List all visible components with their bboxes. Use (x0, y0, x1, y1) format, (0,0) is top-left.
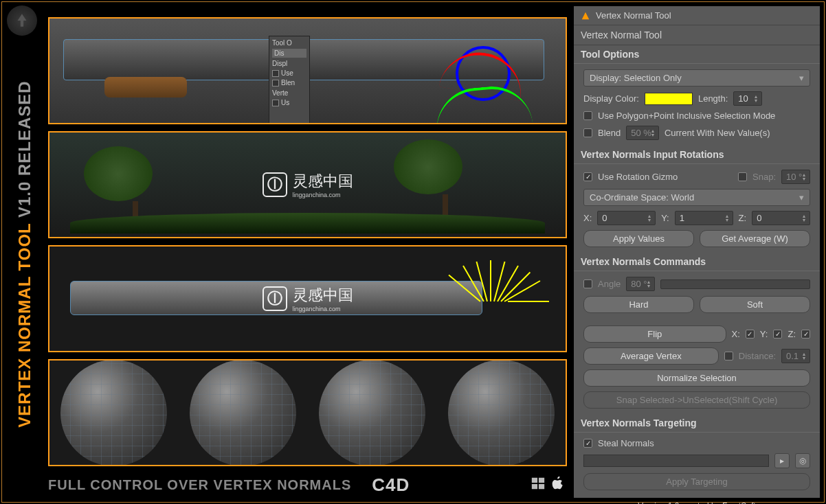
preview-3: ⓛ 灵感中国lingganchina.com (48, 245, 567, 352)
x-input[interactable]: 0▴▾ (597, 211, 656, 225)
hard-button[interactable]: Hard (583, 296, 694, 313)
angle-slider[interactable] (660, 279, 810, 289)
watermark: ⓛ 灵感中国lingganchina.com (263, 171, 353, 198)
svg-rect-1 (539, 478, 544, 483)
use-gizmo-label: Use Rotation Gizmo (598, 172, 678, 182)
length-input[interactable]: 10▴▾ (733, 91, 762, 106)
svg-rect-0 (532, 478, 537, 483)
snap-selected-button[interactable]: Snap Selected->UnSelected(Shift Cycle) (583, 391, 810, 409)
title-version: V1.0 RELEASED (15, 80, 34, 222)
tool-icon (581, 11, 590, 21)
footer-c4d-badge: C4D (372, 474, 410, 496)
distance-checkbox[interactable] (724, 352, 733, 360)
tool-panel: Vertex Normal Tool Vertex Normal Tool To… (573, 5, 821, 499)
apple-icon (551, 476, 565, 494)
flip-y-label: Y: (760, 329, 768, 339)
coord-space-dropdown[interactable]: Co-Ordinate Space: World (583, 189, 810, 206)
y-input[interactable]: 1▴▾ (675, 211, 733, 225)
panel-title: Vertex Normal Tool (574, 25, 820, 45)
distance-label: Distance: (739, 351, 776, 361)
use-gizmo-checkbox[interactable] (583, 172, 592, 181)
blend-label: Blend (598, 128, 621, 138)
normalize-button[interactable]: Normalize Selection (583, 369, 810, 387)
snap-label: Snap: (752, 172, 776, 182)
blend-suffix: Current With New Value(s) (665, 128, 770, 138)
footer: FULL CONTROL OVER VERTEX NORMALS C4D (48, 474, 565, 496)
flip-z-label: Z: (788, 329, 796, 339)
target-link-button[interactable]: ▸ (774, 453, 790, 468)
preview-1: Tool O Dis Displ Use Blen Verte Us (48, 17, 567, 124)
flip-button[interactable]: Flip (583, 325, 726, 343)
flip-x-checkbox[interactable] (746, 330, 755, 339)
target-pick-button[interactable]: ◎ (795, 453, 810, 468)
x-label: X: (583, 213, 592, 223)
steal-normals-checkbox[interactable] (583, 439, 592, 448)
preview-column: Tool O Dis Displ Use Blen Verte Us ⓛ 灵感中… (48, 17, 567, 466)
apply-targeting-button[interactable]: Apply Targeting (583, 473, 810, 490)
blend-checkbox[interactable] (583, 128, 592, 137)
target-link-field[interactable] (583, 455, 769, 467)
z-label: Z: (739, 213, 747, 223)
apply-values-button[interactable]: Apply Values (583, 230, 694, 247)
blend-input[interactable]: 50 %▴▾ (626, 126, 659, 140)
angle-label: Angle (598, 279, 621, 289)
flip-z-checkbox[interactable] (801, 330, 810, 339)
poly-point-checkbox[interactable] (583, 111, 592, 120)
distance-input[interactable]: 0.1▴▾ (781, 349, 810, 363)
app-logo-icon (7, 5, 37, 36)
flip-y-checkbox[interactable] (773, 330, 782, 339)
svg-rect-2 (532, 484, 537, 489)
flip-x-label: X: (732, 329, 740, 339)
window-title: Vertex Normal Tool (596, 10, 671, 21)
preview-4 (48, 359, 567, 466)
title-main: VERTEX NORMAL TOOL (15, 222, 34, 427)
svg-rect-3 (539, 484, 544, 489)
soft-button[interactable]: Soft (700, 296, 810, 313)
section-tool-options[interactable]: Tool Options (574, 45, 820, 64)
steal-normals-label: Steal Normals (598, 438, 654, 448)
version-link[interactable]: Version 1.0 created by FrostSoft (574, 496, 820, 504)
sidebar-title: VERTEX NORMAL TOOL V1.0 RELEASED (12, 41, 37, 466)
bg-panel-partial: Tool O Dis Displ Use Blen Verte Us (269, 36, 310, 124)
poly-point-label: Use Polygon+Point Inclusive Selection Mo… (598, 111, 775, 121)
length-label: Length: (698, 93, 728, 104)
preview-2: ⓛ 灵感中国lingganchina.com (48, 131, 567, 238)
snap-input[interactable]: 10 °▴▾ (781, 170, 810, 184)
section-targeting[interactable]: Vertex Normals Targeting (574, 414, 820, 433)
average-vertex-button[interactable]: Average Vertex (583, 347, 719, 365)
angle-checkbox[interactable] (583, 279, 592, 288)
section-input-rotations[interactable]: Vertex Normals Input Rotations (574, 146, 820, 164)
snap-checkbox[interactable] (738, 172, 747, 181)
display-color-swatch[interactable] (645, 93, 693, 105)
panel-window-header[interactable]: Vertex Normal Tool (574, 6, 820, 25)
z-input[interactable]: 0▴▾ (752, 211, 810, 225)
y-label: Y: (661, 213, 669, 223)
angle-input[interactable]: 80 °▴▾ (626, 277, 655, 291)
display-dropdown[interactable]: Display: Selection Only (583, 69, 810, 87)
windows-icon (531, 476, 546, 494)
display-color-label: Display Color: (583, 93, 639, 104)
footer-text: FULL CONTROL OVER VERTEX NORMALS (48, 477, 351, 493)
get-average-button[interactable]: Get Average (W) (700, 230, 810, 247)
section-commands[interactable]: Vertex Normals Commands (574, 253, 820, 271)
